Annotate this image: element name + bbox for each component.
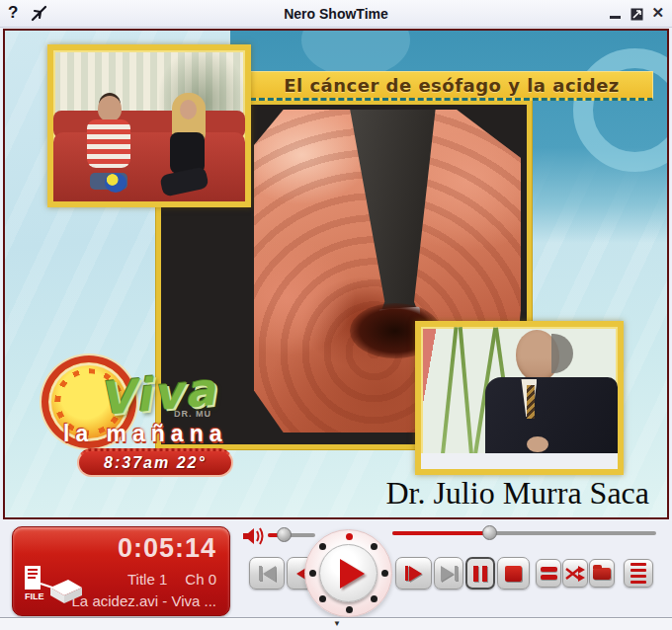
next-icon (441, 566, 454, 582)
volume-knob[interactable] (277, 527, 292, 542)
repeat-icon (541, 567, 557, 580)
play-button[interactable] (319, 544, 378, 602)
browse-button[interactable] (589, 559, 615, 588)
folder-icon (593, 568, 611, 580)
hosts-inset (47, 44, 251, 207)
control-deck: 0:05:14 Title 1 Ch 0 La acidez.avi - Viv… (0, 521, 672, 617)
previous-button[interactable] (249, 557, 285, 590)
shuffle-icon (565, 566, 585, 582)
logo-word-viva: Viva (97, 362, 219, 426)
nero-showtime-window: ? Nero ShowTime ✕ DR. MU El cáncer (0, 0, 672, 630)
playlist-icon (630, 563, 646, 584)
stop-icon (505, 566, 522, 582)
collapse-handle[interactable]: ▼ (326, 618, 348, 630)
shuffle-button[interactable] (562, 559, 588, 588)
seek-slider[interactable] (392, 531, 656, 535)
play-icon (340, 559, 365, 589)
doctor-figure (480, 330, 618, 455)
window-title: Nero ShowTime (0, 6, 672, 22)
channel-number: Ch 0 (185, 571, 216, 588)
doctor-inset (415, 321, 624, 475)
fast-forward-icon (409, 566, 422, 582)
restore-button[interactable] (630, 8, 643, 21)
repeat-button[interactable] (536, 559, 561, 588)
playback-readout: 0:05:14 Title 1 Ch 0 La acidez.avi - Viv… (12, 526, 230, 616)
file-name: La acidez.avi - Viva ... (72, 592, 216, 609)
stop-button[interactable] (497, 557, 530, 590)
svg-text:FILE: FILE (25, 591, 44, 601)
video-display[interactable]: DR. MU El cáncer de esófago y la acidez (3, 29, 669, 519)
headline-banner: El cáncer de esófago y la acidez (250, 71, 653, 101)
title-bar: ? Nero ShowTime ✕ (0, 0, 672, 28)
volume-slider[interactable] (268, 533, 315, 537)
pause-icon (482, 566, 487, 582)
logo-word-manana: la mañana (63, 421, 228, 447)
seek-knob[interactable] (482, 525, 497, 540)
doctor-caption: Dr. Julio Murra Saca (385, 475, 649, 512)
pause-button[interactable] (465, 557, 495, 590)
play-button-ring (304, 529, 392, 617)
volume-icon (241, 525, 267, 547)
next-button[interactable] (434, 557, 463, 590)
viva-la-manana-logo: Viva la mañana 8:37am 22° (38, 352, 240, 510)
fast-forward-button[interactable] (395, 557, 432, 590)
deck-collapse-strip: ▼ (0, 617, 672, 630)
elapsed-time: 0:05:14 (118, 533, 216, 564)
close-button[interactable]: ✕ (651, 4, 664, 22)
file-source-icon: FILE (23, 566, 84, 607)
host-female (161, 93, 218, 193)
onair-clock: 8:37am 22° (77, 448, 233, 477)
headline-text: El cáncer de esófago y la acidez (284, 75, 620, 96)
ring-dot-top (346, 533, 353, 540)
title-number: Title 1 (127, 571, 167, 588)
playlist-button[interactable] (624, 559, 653, 588)
previous-icon (263, 566, 276, 582)
minimize-button[interactable] (610, 16, 621, 19)
